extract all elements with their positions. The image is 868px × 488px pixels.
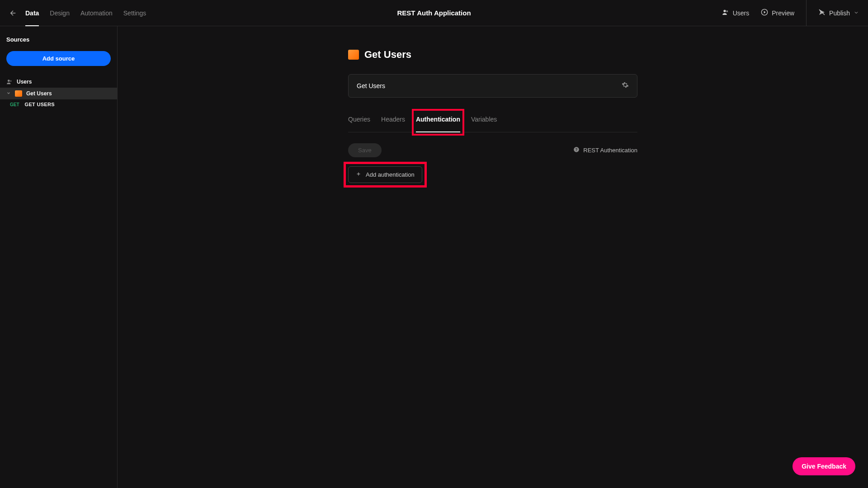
svg-point-4 (8, 80, 10, 82)
tab-headers[interactable]: Headers (381, 111, 405, 132)
sidebar-title: Sources (0, 33, 117, 51)
app-title: REST Auth Application (146, 9, 722, 17)
source-list: Users Get Users GET GET USERS (0, 76, 117, 109)
header-right: Users Preview Publish (722, 0, 859, 26)
nav-tabs: Data Design Automation Settings (25, 0, 146, 26)
save-button[interactable]: Save (348, 143, 382, 157)
source-name-input[interactable] (357, 82, 622, 89)
source-name-field[interactable] (348, 74, 637, 98)
help-link-label: REST Authentication (583, 147, 637, 154)
users-icon (6, 79, 13, 85)
play-icon (761, 9, 768, 17)
svg-text:?: ? (576, 148, 578, 152)
chevron-down-icon (6, 91, 11, 96)
sidebar-item-label: Users (17, 79, 32, 85)
nav-tab-settings[interactable]: Settings (123, 0, 146, 26)
preview-label: Preview (772, 9, 794, 17)
config-tabs: Queries Headers Authentication Variables (348, 111, 637, 132)
users-label: Users (733, 9, 750, 17)
sidebar-item-label: Get Users (26, 90, 52, 97)
add-source-button[interactable]: Add source (6, 51, 111, 66)
svg-point-1 (726, 10, 728, 12)
sidebar: Sources Add source Users Get Users GET G… (0, 26, 118, 488)
sidebar-item-get-users[interactable]: Get Users (0, 88, 117, 99)
svg-point-5 (10, 80, 12, 82)
users-icon (722, 9, 729, 17)
tab-label: Authentication (416, 116, 460, 123)
tab-authentication[interactable]: Authentication (416, 111, 460, 132)
publish-label: Publish (829, 9, 850, 17)
tab-action-row: Save ? REST Authentication (348, 143, 637, 157)
give-feedback-button[interactable]: Give Feedback (793, 457, 855, 475)
nav-tab-automation[interactable]: Automation (80, 0, 113, 26)
add-auth-label: Add authentication (366, 171, 415, 178)
publish-icon (818, 9, 826, 17)
users-button[interactable]: Users (722, 9, 750, 17)
header-left: Data Design Automation Settings (9, 0, 146, 26)
http-method-badge: GET (10, 102, 19, 107)
page-title-row: Get Users (348, 49, 637, 61)
rest-auth-help-link[interactable]: ? REST Authentication (573, 146, 637, 154)
publish-button[interactable]: Publish (806, 0, 859, 26)
content: Get Users Queries Headers Authentication… (348, 49, 637, 183)
svg-point-0 (723, 10, 726, 12)
rest-source-icon (348, 50, 359, 60)
add-auth-wrap: Add authentication (348, 166, 422, 183)
tab-queries[interactable]: Queries (348, 111, 370, 132)
add-authentication-button[interactable]: Add authentication (348, 166, 422, 183)
sidebar-item-users[interactable]: Users (0, 76, 117, 88)
main-area: Get Users Queries Headers Authentication… (118, 26, 868, 488)
chevron-down-icon (854, 9, 859, 17)
rest-source-icon (15, 90, 22, 97)
preview-button[interactable]: Preview (761, 9, 794, 17)
tab-variables[interactable]: Variables (471, 111, 497, 132)
page-title: Get Users (364, 49, 411, 61)
app-header: Data Design Automation Settings REST Aut… (0, 0, 868, 26)
body: Sources Add source Users Get Users GET G… (0, 26, 868, 488)
plus-icon (356, 171, 361, 178)
nav-tab-design[interactable]: Design (50, 0, 70, 26)
nav-tab-data[interactable]: Data (25, 0, 39, 26)
endpoint-name: GET USERS (25, 102, 55, 107)
gear-icon[interactable] (622, 81, 629, 90)
sidebar-endpoint-get-users[interactable]: GET GET USERS (0, 99, 117, 109)
back-icon[interactable] (9, 9, 17, 17)
help-icon: ? (573, 146, 580, 154)
